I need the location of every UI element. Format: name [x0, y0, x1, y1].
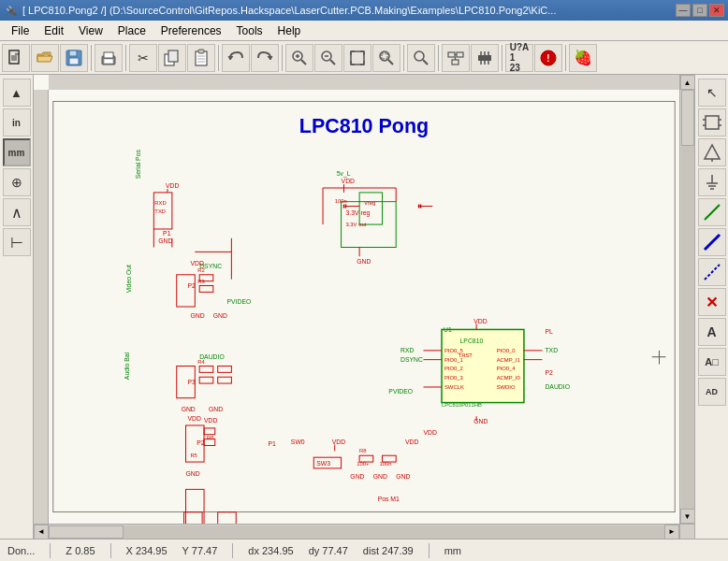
- ground-tool[interactable]: [698, 168, 726, 196]
- unit-inch-tool[interactable]: in: [3, 108, 31, 137]
- titlebar-controls: — □ ✕: [676, 4, 724, 17]
- svg-text:GND: GND: [182, 406, 196, 412]
- svg-text:GND: GND: [190, 312, 204, 319]
- new-button[interactable]: [2, 44, 30, 72]
- svg-rect-52: [49, 75, 679, 90]
- add-wire-tool[interactable]: ∧: [3, 198, 31, 226]
- zoom-in-button[interactable]: [285, 44, 313, 72]
- svg-rect-38: [448, 52, 455, 57]
- svg-text:R5: R5: [190, 453, 197, 458]
- global-label-tool[interactable]: A□: [698, 348, 726, 376]
- zoom-out-button[interactable]: [314, 44, 342, 72]
- scroll-left-button[interactable]: ◄: [34, 525, 49, 539]
- scroll-down-button[interactable]: ▼: [680, 509, 695, 524]
- svg-rect-41: [452, 60, 459, 65]
- hscroll-track[interactable]: [49, 525, 664, 539]
- svg-rect-11: [168, 50, 178, 62]
- svg-text:P2: P2: [187, 282, 196, 289]
- erc-button[interactable]: !: [534, 44, 562, 72]
- netlist-button[interactable]: [442, 44, 470, 72]
- hier-label-tool[interactable]: AD: [698, 378, 726, 406]
- minimize-button[interactable]: —: [676, 4, 691, 17]
- svg-text:DAUDIO: DAUDIO: [199, 353, 225, 360]
- menu-preferences[interactable]: Preferences: [153, 22, 229, 39]
- canvas-area[interactable]: // ruler ticks rendered in main SVG LPC8…: [34, 75, 694, 539]
- undo-button[interactable]: [222, 44, 250, 72]
- ruler-top: // ruler ticks rendered in main SVG: [49, 75, 679, 90]
- cursor-tool[interactable]: ▲: [3, 79, 31, 107]
- junction-tool[interactable]: ⊢: [3, 228, 31, 256]
- sep4: [282, 45, 283, 71]
- power-port-tool[interactable]: [698, 138, 726, 166]
- svg-text:PIO0_2: PIO0_2: [444, 366, 463, 371]
- menu-file[interactable]: File: [4, 22, 36, 39]
- origin-tool[interactable]: ⊕: [3, 168, 31, 196]
- print-button[interactable]: [95, 44, 123, 72]
- vscroll-thumb[interactable]: [681, 90, 694, 146]
- status-sep2: [110, 543, 111, 558]
- svg-text:VDD: VDD: [204, 417, 217, 424]
- svg-text:PIO0_4: PIO0_4: [497, 366, 517, 371]
- horizontal-scrollbar[interactable]: ◄ ►: [34, 524, 679, 539]
- svg-line-37: [423, 60, 428, 65]
- component-tool-1[interactable]: [698, 108, 726, 137]
- scroll-right-button[interactable]: ►: [664, 525, 679, 539]
- open-button[interactable]: [31, 44, 59, 72]
- paste-button[interactable]: [187, 44, 215, 72]
- zoom-area-button[interactable]: [372, 44, 400, 72]
- svg-text:U1: U1: [444, 326, 452, 333]
- redo-button[interactable]: [251, 44, 279, 72]
- annotate-button[interactable]: U?A123: [505, 44, 533, 72]
- close-button[interactable]: ✕: [709, 4, 724, 17]
- svg-text:GND: GND: [209, 406, 223, 412]
- svg-text:SW0: SW0: [291, 439, 305, 445]
- vertical-scrollbar[interactable]: ▲ ▼: [679, 75, 694, 524]
- svg-line-18: [301, 60, 306, 65]
- sep2: [125, 45, 126, 71]
- menu-place[interactable]: Place: [110, 22, 153, 39]
- bus-tool[interactable]: [698, 228, 726, 256]
- select-tool[interactable]: ↖: [698, 79, 726, 107]
- svg-text:VDD: VDD: [473, 318, 487, 324]
- svg-text:GND: GND: [396, 473, 410, 480]
- zoom-fit-button[interactable]: [343, 44, 371, 72]
- svg-rect-8: [104, 52, 113, 58]
- bus-button[interactable]: [471, 44, 499, 72]
- svg-line-22: [330, 60, 335, 65]
- svg-rect-9: [104, 59, 113, 64]
- bus-entry-tool[interactable]: [698, 258, 726, 286]
- save-button[interactable]: [60, 44, 88, 72]
- svg-text:VDD: VDD: [332, 439, 345, 445]
- menu-edit[interactable]: Edit: [36, 22, 71, 39]
- wire-tool[interactable]: [698, 198, 726, 226]
- svg-text:GND: GND: [473, 418, 488, 424]
- svg-text:GND: GND: [357, 258, 371, 265]
- menu-help[interactable]: Help: [270, 22, 309, 39]
- maximize-button[interactable]: □: [692, 4, 707, 17]
- scroll-up-button[interactable]: ▲: [680, 75, 695, 90]
- vscroll-track[interactable]: [681, 90, 694, 509]
- status-y: Y 77.47: [182, 545, 218, 556]
- scrollbar-corner: [679, 524, 694, 539]
- unit-mm-tool[interactable]: mm: [3, 138, 31, 166]
- no-connect-tool[interactable]: ✕: [698, 288, 726, 316]
- svg-text:GND: GND: [373, 473, 387, 480]
- svg-rect-35: [382, 53, 387, 59]
- svg-text:GND: GND: [158, 237, 172, 244]
- svg-text:VDD: VDD: [405, 439, 418, 445]
- status-zoom: Z 0.85: [66, 545, 95, 556]
- svg-text:VDD: VDD: [166, 182, 179, 189]
- sep8: [565, 45, 566, 71]
- menu-tools[interactable]: Tools: [229, 22, 270, 39]
- net-label-tool[interactable]: A: [698, 318, 726, 346]
- hscroll-thumb[interactable]: [49, 525, 124, 539]
- sep3: [218, 45, 219, 71]
- raspberry-button[interactable]: 🍓: [569, 44, 597, 72]
- find-button[interactable]: [407, 44, 435, 72]
- status-dx: dx 234.95: [248, 545, 293, 556]
- cut-button[interactable]: ✂: [129, 44, 157, 72]
- menu-view[interactable]: View: [71, 22, 110, 39]
- copy-button[interactable]: [158, 44, 186, 72]
- status-sep1: [50, 543, 51, 558]
- svg-rect-39: [457, 52, 463, 57]
